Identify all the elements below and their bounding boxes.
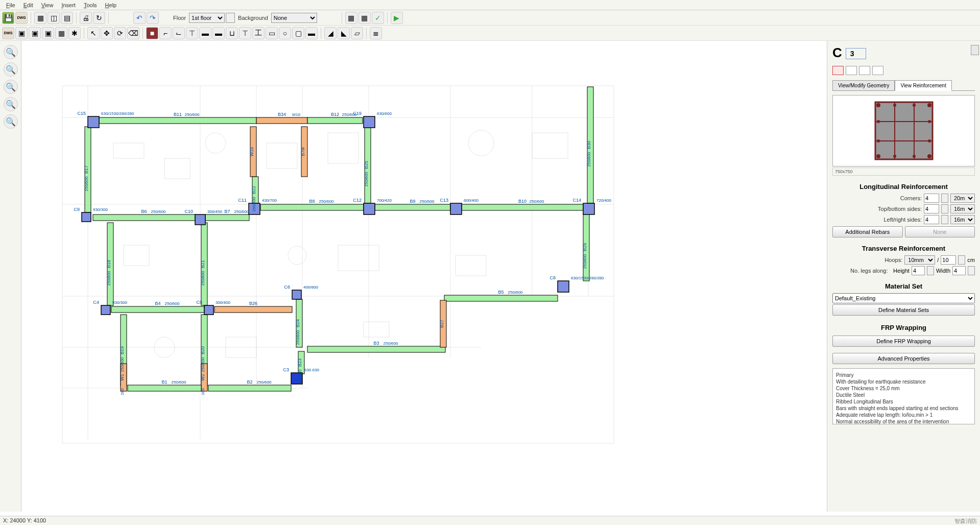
shape-l-icon[interactable] xyxy=(846,66,857,75)
undo-button[interactable]: ↶ xyxy=(133,12,146,24)
corners-dia-select[interactable]: 20mm xyxy=(950,194,975,203)
rect-section-icon[interactable]: ■ xyxy=(146,27,158,39)
define-materials-button[interactable]: Define Material Sets xyxy=(832,304,975,316)
dwg2-button[interactable]: DWG xyxy=(2,27,14,39)
refresh-icon[interactable]: ↻ xyxy=(93,12,105,24)
svg-text:260: 260 xyxy=(201,388,205,395)
box-section-icon[interactable]: ▢ xyxy=(292,27,304,39)
panel-scroll-icon[interactable] xyxy=(971,45,979,55)
floor-spinner[interactable] xyxy=(226,13,235,23)
hoops-spacing-input[interactable] xyxy=(941,255,956,265)
width-legs-input[interactable] xyxy=(952,266,966,275)
tb-spin[interactable] xyxy=(941,204,948,213)
svg-rect-64 xyxy=(583,203,594,214)
svg-text:300/450: 300/450 xyxy=(207,209,222,214)
cube-icon[interactable]: ◫ xyxy=(47,12,60,24)
define-frp-button[interactable]: Define FRP Wrapping xyxy=(832,336,975,347)
redo-button[interactable]: ↷ xyxy=(147,12,159,24)
t6-icon[interactable]: ✱ xyxy=(68,27,81,39)
hoops-spin[interactable] xyxy=(958,255,965,265)
corners-input[interactable] xyxy=(924,194,939,203)
corners-spin[interactable] xyxy=(941,194,948,203)
svg-text:B6: B6 xyxy=(141,209,147,214)
dwg-button[interactable]: DWG xyxy=(15,12,28,24)
material-select[interactable]: Default_Existing xyxy=(832,293,975,303)
beam1-icon[interactable]: ▬ xyxy=(199,27,211,39)
run-icon[interactable]: ▶ xyxy=(391,12,403,24)
tb-dia-select[interactable]: 16mm xyxy=(950,204,975,213)
zoom-out-icon[interactable]: 🔍 xyxy=(4,62,18,77)
shape-t-icon[interactable] xyxy=(859,66,870,75)
lr-input[interactable] xyxy=(924,215,939,224)
l2-section-icon[interactable]: ⌙ xyxy=(173,27,185,39)
pointer-icon[interactable]: ↖ xyxy=(87,27,100,39)
hoops-dia-select[interactable]: 10mm xyxy=(904,255,935,265)
shape-circle-icon[interactable] xyxy=(872,66,883,75)
zoom-in-icon[interactable]: 🔍 xyxy=(4,45,18,59)
check-icon[interactable]: ✓ xyxy=(372,12,384,24)
svg-text:250/600: 250/600 xyxy=(384,341,398,346)
menu-insert[interactable]: Insert xyxy=(57,1,80,9)
stairs-icon[interactable]: ≣ xyxy=(370,27,382,39)
tb-input[interactable] xyxy=(924,204,939,213)
snap-icon[interactable]: ▦ xyxy=(358,12,371,24)
height-spin[interactable] xyxy=(927,266,934,275)
background-select[interactable]: None xyxy=(271,13,317,23)
lr-dia-select[interactable]: 16mm xyxy=(950,215,975,224)
t5-icon[interactable]: ▦ xyxy=(55,27,67,39)
bar-section-icon[interactable]: ▬ xyxy=(305,27,318,39)
svg-text:B17: B17 xyxy=(84,165,89,174)
svg-rect-15 xyxy=(164,158,190,179)
delete-icon[interactable]: ⌫ xyxy=(127,27,139,39)
drawing-canvas[interactable]: B11 250/600B34 W16B12 250/600B17 250/600… xyxy=(21,41,827,512)
svg-text:700/420: 700/420 xyxy=(377,198,392,203)
tab-reinforcement[interactable]: View Reinforcement xyxy=(895,80,951,91)
save-button[interactable]: 💾 xyxy=(2,12,14,24)
t2-section-icon[interactable]: ⊤ xyxy=(239,27,251,39)
zoom-window-icon[interactable]: 🔍 xyxy=(4,80,18,94)
h-section-icon[interactable]: ▭ xyxy=(266,27,278,39)
grid-toggle-icon[interactable]: ▦ xyxy=(345,12,357,24)
brand-watermark: 智森消防 xyxy=(954,517,977,524)
u-section-icon[interactable]: ⊔ xyxy=(226,27,238,39)
i-section-icon[interactable]: 工 xyxy=(252,27,265,39)
rotate-icon[interactable]: ⟳ xyxy=(114,27,126,39)
svg-rect-21 xyxy=(124,245,149,266)
zoom-extents-icon[interactable]: 🔍 xyxy=(4,97,18,111)
t4-icon[interactable]: ▣ xyxy=(42,27,54,39)
width-spin[interactable] xyxy=(968,266,975,275)
floor-select[interactable]: 1st floor xyxy=(189,13,225,23)
beam2-icon[interactable]: ▬ xyxy=(212,27,225,39)
svg-text:B21: B21 xyxy=(200,260,205,268)
svg-text:630/1530/280/280: 630/1530/280/280 xyxy=(571,276,604,280)
svg-text:250/600: 250/600 xyxy=(107,271,111,285)
print-button[interactable]: 🖨 xyxy=(80,12,92,24)
circle-section-icon[interactable]: ○ xyxy=(279,27,291,39)
t3-icon[interactable]: ▣ xyxy=(29,27,41,39)
zoom-prev-icon[interactable]: 🔍 xyxy=(4,114,18,129)
tab-geometry[interactable]: View/Modify Geometry xyxy=(832,80,895,90)
menu-file[interactable]: FFileile xyxy=(2,1,19,9)
sheets-icon[interactable]: ▦ xyxy=(34,12,46,24)
properties-panel: C 3 View/Modify Geometry View Reinforcem… xyxy=(827,41,980,512)
lr-spin[interactable] xyxy=(941,215,948,224)
grid-icon[interactable]: ▤ xyxy=(61,12,73,24)
shape-rect-icon[interactable] xyxy=(832,66,844,75)
svg-point-16 xyxy=(205,133,226,153)
menu-tools[interactable]: Tools xyxy=(80,1,101,9)
strip-footing-icon[interactable]: ◣ xyxy=(338,27,350,39)
advanced-props-button[interactable]: Advanced Properties xyxy=(832,353,975,364)
menu-help[interactable]: Help xyxy=(101,1,121,9)
svg-rect-38 xyxy=(205,214,249,221)
element-number-input[interactable]: 3 xyxy=(846,48,866,59)
height-legs-input[interactable] xyxy=(912,266,925,275)
additional-rebars-button[interactable]: Additional Rebars xyxy=(832,226,903,237)
t-section-icon[interactable]: ⊤ xyxy=(186,27,198,39)
move-icon[interactable]: ✥ xyxy=(101,27,113,39)
menu-view[interactable]: View xyxy=(37,1,58,9)
isolated-footing-icon[interactable]: ◢ xyxy=(324,27,337,39)
t2-icon[interactable]: ▣ xyxy=(15,27,28,39)
l-section-icon[interactable]: ⌐ xyxy=(159,27,172,39)
mat-footing-icon[interactable]: ▱ xyxy=(351,27,363,39)
menu-edit[interactable]: Edit xyxy=(19,1,37,9)
